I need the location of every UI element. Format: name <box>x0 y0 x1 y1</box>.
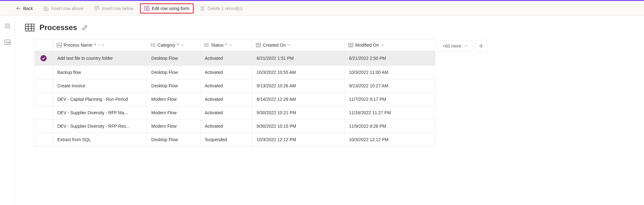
cell-category[interactable]: Modern Flow <box>147 106 200 120</box>
cell-created[interactable]: 6/14/2022 12:28 AM <box>252 93 345 106</box>
col-name-label: Process Name <box>64 43 92 48</box>
content: Processes Abc Process Name* ↑ <box>15 16 644 204</box>
row-select-cell[interactable] <box>35 66 53 79</box>
cell-name[interactable]: Create invoice <box>53 79 147 93</box>
chevron-down-icon <box>101 44 105 47</box>
back-label: Back <box>23 6 33 11</box>
cell-category[interactable]: Desktop Flow <box>147 79 200 93</box>
chevron-down-icon <box>465 44 468 48</box>
col-header-created[interactable]: 21 Created On <box>252 39 345 51</box>
insert-row-below-icon <box>94 6 99 11</box>
text-tool-button[interactable]: Abc <box>3 37 13 47</box>
cell-category[interactable]: Modern Flow <box>147 93 200 106</box>
more-columns-label: +60 more <box>443 44 461 49</box>
select-all-header[interactable] <box>35 39 53 51</box>
delete-records-button[interactable]: Delete 1 record(s) <box>195 3 247 13</box>
chevron-down-icon <box>288 44 291 47</box>
toolbar: Back Insert row above Insert row below E… <box>0 1 644 16</box>
table-icon <box>25 23 34 32</box>
sort-asc-icon: ↑ <box>98 43 100 47</box>
more-columns-button[interactable]: +60 more <box>438 40 472 52</box>
page-header: Processes <box>25 23 634 32</box>
add-column-button[interactable] <box>475 40 487 52</box>
cell-modified[interactable]: 9/13/2022 10:27 AM <box>345 79 435 93</box>
insert-below-label: Insert row below <box>102 6 134 11</box>
insert-row-below-button[interactable]: Insert row below <box>90 3 138 13</box>
edit-title-button[interactable] <box>82 25 88 30</box>
insert-row-above-button[interactable]: Insert row above <box>39 3 88 13</box>
table-row[interactable]: DEV - Capital Planning - Run PeriodModer… <box>35 93 435 106</box>
row-select-cell[interactable] <box>35 51 53 66</box>
edit-form-label: Edit row using form <box>152 6 190 11</box>
cell-category[interactable]: Desktop Flow <box>147 51 200 66</box>
required-star: * <box>177 43 179 48</box>
checkmark-icon <box>40 55 47 61</box>
row-select-cell[interactable] <box>35 106 53 120</box>
cell-modified[interactable]: 11/16/2022 11:27 PM <box>345 106 435 120</box>
cell-status[interactable]: Activated <box>200 93 252 106</box>
col-header-modified[interactable]: 21 Modified On <box>345 39 435 51</box>
cell-status[interactable]: Activated <box>200 120 252 133</box>
text-box-icon: Abc <box>5 40 10 45</box>
cell-status[interactable]: Suspended <box>200 133 252 146</box>
cell-status[interactable]: Activated <box>200 106 252 120</box>
edit-row-form-button[interactable]: Edit row using form <box>140 3 194 13</box>
grid-container: Abc Process Name* ↑ Category* <box>25 39 634 146</box>
cell-modified[interactable]: 10/3/2022 11:00 AM <box>345 66 435 79</box>
cell-modified[interactable]: 10/3/2022 12:12 PM <box>345 133 435 146</box>
page-title: Processes <box>39 23 77 32</box>
cell-created[interactable]: 9/13/2022 10:26 AM <box>252 79 345 93</box>
row-select-cell[interactable] <box>35 120 53 133</box>
col-header-category[interactable]: Category* <box>147 39 200 51</box>
cell-name[interactable]: DEV - Supplier Diversity - RFP Res... <box>53 120 147 133</box>
pencil-icon <box>82 25 88 30</box>
svg-point-35 <box>205 44 205 44</box>
table-row[interactable]: Backup flowDesktop FlowActivated10/3/202… <box>35 66 435 79</box>
svg-point-31 <box>151 46 152 47</box>
cell-name[interactable]: DEV - Capital Planning - Run Period <box>53 93 147 106</box>
cell-category[interactable]: Desktop Flow <box>147 133 200 146</box>
cell-created[interactable]: 10/3/2022 12:12 PM <box>252 133 345 146</box>
table-row[interactable]: Extract from SQLDesktop FlowSuspended10/… <box>35 133 435 146</box>
cell-name[interactable]: Backup flow <box>53 66 147 79</box>
svg-point-37 <box>205 46 205 47</box>
nav-menu-button[interactable] <box>3 21 13 31</box>
cell-created[interactable]: 6/21/2022 1:51 PM <box>252 51 345 66</box>
cell-category[interactable]: Modern Flow <box>147 120 200 133</box>
back-button[interactable]: Back <box>11 3 37 13</box>
row-select-cell[interactable] <box>35 93 53 106</box>
main-area: Abc Processes Abc Pr <box>0 16 644 204</box>
cell-modified[interactable]: 11/7/2022 9:17 PM <box>345 93 435 106</box>
arrow-left-icon <box>16 6 21 11</box>
delete-label: Delete 1 record(s) <box>207 6 242 11</box>
table-row[interactable]: DEV - Supplier Diversity - RFP Res...Mod… <box>35 120 435 133</box>
col-created-label: Created On <box>263 43 285 48</box>
col-category-label: Category <box>158 43 175 48</box>
optionset-type-icon <box>204 43 209 47</box>
table-row[interactable]: Add text file to country folderDesktop F… <box>35 51 435 66</box>
insert-row-above-icon <box>44 6 49 11</box>
col-status-label: Status <box>211 43 224 48</box>
table-row[interactable]: Create invoiceDesktop FlowActivated9/13/… <box>35 79 435 93</box>
insert-above-label: Insert row above <box>51 6 84 11</box>
cell-status[interactable]: Activated <box>200 66 252 79</box>
cell-modified[interactable]: 11/9/2022 8:28 PM <box>345 120 435 133</box>
row-select-cell[interactable] <box>35 79 53 93</box>
cell-name[interactable]: DEV - Supplier Diversity - RFP Ma... <box>53 106 147 120</box>
hamburger-icon <box>5 24 10 28</box>
cell-created[interactable]: 10/3/2022 10:55 AM <box>252 66 345 79</box>
cell-status[interactable]: Activated <box>200 51 252 66</box>
cell-created[interactable]: 9/30/2022 10:21 PM <box>252 106 345 120</box>
cell-created[interactable]: 9/30/2022 10:15 PM <box>252 120 345 133</box>
cell-modified[interactable]: 6/21/2022 2:50 PM <box>345 51 435 66</box>
svg-text:21: 21 <box>350 45 352 47</box>
cell-name[interactable]: Add text file to country folder <box>53 51 147 66</box>
col-header-status[interactable]: Status* <box>200 39 252 51</box>
cell-name[interactable]: Extract from SQL <box>53 133 147 146</box>
col-header-name[interactable]: Abc Process Name* ↑ <box>53 39 147 51</box>
date-type-icon: 21 <box>256 43 261 47</box>
cell-status[interactable]: Activated <box>200 79 252 93</box>
table-row[interactable]: DEV - Supplier Diversity - RFP Ma...Mode… <box>35 106 435 120</box>
row-select-cell[interactable] <box>35 133 53 146</box>
cell-category[interactable]: Desktop Flow <box>147 66 200 79</box>
